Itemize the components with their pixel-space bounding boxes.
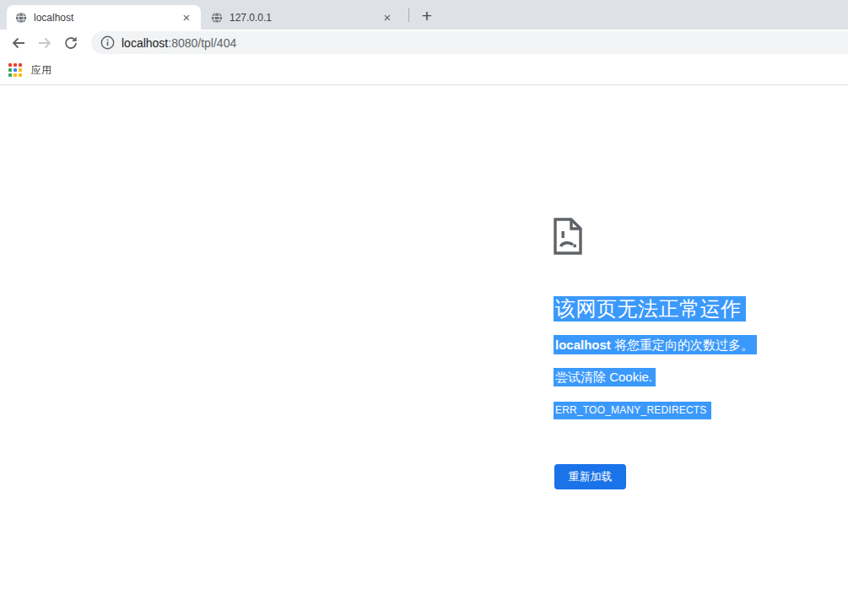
back-arrow-icon <box>11 35 26 51</box>
forward-button[interactable] <box>31 30 57 57</box>
new-tab-button[interactable]: + <box>416 4 438 26</box>
nav-buttons <box>5 30 84 57</box>
url-bar[interactable]: localhost:8080/tpl/404 <box>91 31 848 54</box>
tab-localhost[interactable]: localhost × <box>7 5 201 30</box>
url-text[interactable]: localhost:8080/tpl/404 <box>122 36 236 50</box>
close-icon[interactable]: × <box>380 10 395 25</box>
error-page: 该网页无法正常运作 localhost 将您重定向的次数过多。 尝试清除 Coo… <box>0 86 848 616</box>
bookmarks-bar: 应用 <box>0 57 848 85</box>
globe-icon <box>15 12 27 24</box>
close-icon[interactable]: × <box>179 10 194 25</box>
reload-page-button[interactable]: 重新加载 <box>554 464 626 489</box>
browser-window: localhost × 127.0.0.1 × + <box>0 0 848 616</box>
error-title: 该网页无法正常运作 <box>554 296 746 322</box>
forward-arrow-icon <box>37 35 52 51</box>
reload-icon <box>63 35 78 51</box>
error-suggestion: 尝试清除 Cookie. <box>554 368 656 386</box>
url-path: :8080/tpl/404 <box>168 36 236 50</box>
error-code: ERR_TOO_MANY_REDIRECTS <box>554 402 711 419</box>
tab-127-0-0-1[interactable]: 127.0.0.1 × <box>203 5 402 30</box>
tab-title: 127.0.0.1 <box>230 12 380 24</box>
reload-button-toolbar[interactable] <box>57 30 84 57</box>
apps-shortcut[interactable]: 应用 <box>31 63 51 78</box>
tab-divider <box>408 8 409 22</box>
error-message-host: localhost <box>555 338 611 352</box>
back-button[interactable] <box>5 30 31 57</box>
tab-title: localhost <box>34 12 179 24</box>
sad-page-icon <box>554 218 582 255</box>
error-message: localhost 将您重定向的次数过多。 <box>554 335 757 354</box>
url-host: localhost <box>122 36 168 50</box>
info-icon[interactable] <box>100 35 115 50</box>
tab-strip: localhost × 127.0.0.1 × + <box>0 0 848 30</box>
globe-icon <box>211 12 223 24</box>
toolbar: localhost:8080/tpl/404 <box>0 30 848 57</box>
error-message-rest: 将您重定向的次数过多。 <box>611 338 753 352</box>
apps-grid-icon[interactable] <box>8 63 23 78</box>
